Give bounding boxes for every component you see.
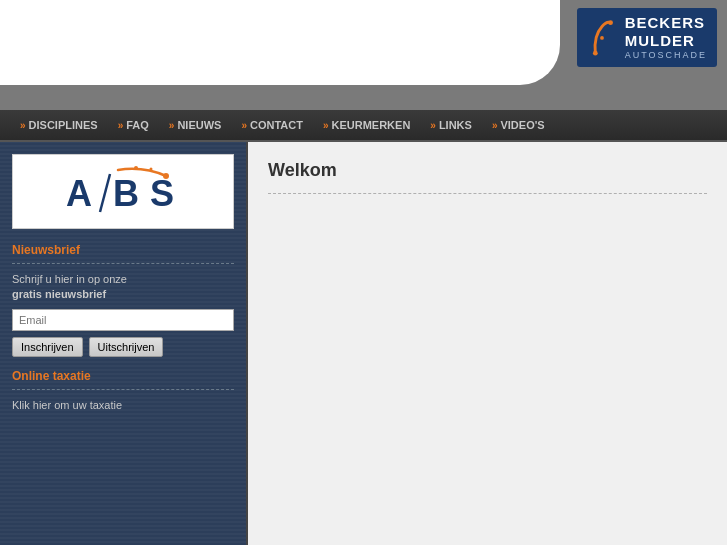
header-tab — [0, 0, 560, 85]
newsletter-desc-bold: gratis nieuwsbrief — [12, 288, 106, 300]
nav-item-videos[interactable]: » VIDEO'S — [482, 119, 555, 131]
nav-label-links: LINKS — [439, 119, 472, 131]
logo-beckers: BECKERS — [625, 14, 707, 32]
logo-text: BECKERS MULDER AUTOSCHADE — [625, 14, 707, 61]
nav-item-contact[interactable]: » CONTACT — [231, 119, 313, 131]
nav-label-disciplines: DISCIPLINES — [29, 119, 98, 131]
nav-arrow-links: » — [430, 120, 436, 131]
newsletter-divider — [12, 263, 234, 264]
nav-arrow: » — [20, 120, 26, 131]
nav-item-keurmerken[interactable]: » KEURMERKEN — [313, 119, 420, 131]
newsletter-title[interactable]: Nieuwsbrief — [12, 243, 234, 257]
nav-item-links[interactable]: » LINKS — [420, 119, 482, 131]
newsletter-desc: Schrijf u hier in op onze gratis nieuwsb… — [12, 272, 234, 303]
nav-bar: » DISCIPLINES » FAQ » NIEUWS » CONTACT »… — [0, 110, 727, 142]
button-row: Inschrijven Uitschrijven — [12, 337, 234, 357]
logo-mulder: MULDER — [625, 32, 707, 50]
nav-arrow-nieuws: » — [169, 120, 175, 131]
nav-label-videos: VIDEO'S — [500, 119, 544, 131]
svg-text:A: A — [66, 173, 92, 214]
subscribe-button[interactable]: Inschrijven — [12, 337, 83, 357]
taxatie-title[interactable]: Online taxatie — [12, 369, 234, 383]
logo-area: BECKERS MULDER AUTOSCHADE — [577, 8, 717, 67]
nav-item-nieuws[interactable]: » NIEUWS — [159, 119, 232, 131]
content-title: Welkom — [268, 160, 707, 181]
taxatie-divider — [12, 389, 234, 390]
abs-logo: A B S — [12, 154, 234, 229]
unsubscribe-button[interactable]: Uitschrijven — [89, 337, 164, 357]
nav-arrow-videos: » — [492, 120, 498, 131]
svg-point-2 — [600, 36, 604, 40]
nav-arrow-faq: » — [118, 120, 124, 131]
logo-svg-icon — [587, 17, 617, 57]
newsletter-desc-text: Schrijf u hier in op onze — [12, 273, 127, 285]
header: BECKERS MULDER AUTOSCHADE — [0, 0, 727, 110]
svg-point-8 — [163, 173, 169, 179]
nav-item-disciplines[interactable]: » DISCIPLINES — [10, 119, 108, 131]
svg-text:B: B — [113, 173, 139, 214]
email-input[interactable] — [12, 309, 234, 331]
content-divider — [268, 193, 707, 194]
nav-arrow-keurmerken: » — [323, 120, 329, 131]
main-wrapper: A B S Nieuwsbrief Schrijf u hier in op o… — [0, 142, 727, 545]
nav-label-contact: CONTACT — [250, 119, 303, 131]
logo-autoschade: AUTOSCHADE — [625, 50, 707, 61]
svg-text:S: S — [150, 173, 174, 214]
content-area: Welkom — [248, 142, 727, 545]
nav-item-faq[interactable]: » FAQ — [108, 119, 159, 131]
svg-point-10 — [150, 168, 153, 171]
nav-label-nieuws: NIEUWS — [177, 119, 221, 131]
abs-logo-svg: A B S — [58, 164, 188, 219]
taxatie-desc: Klik hier om uw taxatie — [12, 398, 234, 413]
sidebar: A B S Nieuwsbrief Schrijf u hier in op o… — [0, 142, 248, 545]
nav-label-faq: FAQ — [126, 119, 149, 131]
nav-label-keurmerken: KEURMERKEN — [331, 119, 410, 131]
nav-arrow-contact: » — [241, 120, 247, 131]
svg-point-0 — [608, 21, 613, 26]
svg-point-1 — [593, 51, 598, 56]
svg-point-9 — [134, 166, 138, 170]
